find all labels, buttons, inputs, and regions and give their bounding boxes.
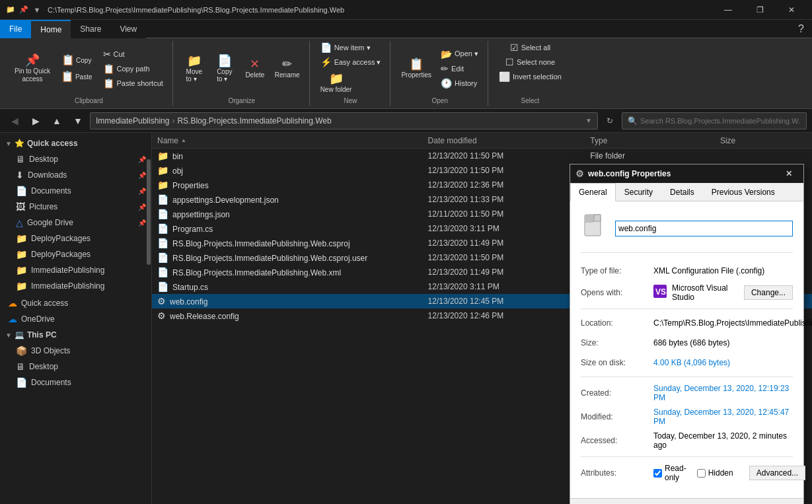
onedrive-icon: ☁ xyxy=(8,314,17,324)
search-input[interactable] xyxy=(640,117,801,125)
new-item-button[interactable]: 📄 New item ▾ xyxy=(316,41,375,54)
tab-file[interactable]: File xyxy=(0,20,31,38)
creativecloud-icon: ☁ xyxy=(8,298,17,308)
sidebar: ▼ ⭐ Quick access 🖥 Desktop 📌 ⬇ Downloads… xyxy=(0,133,152,504)
size-disk-label: Size on disk: xyxy=(581,358,653,367)
dialog-tab-general[interactable]: General xyxy=(570,183,616,201)
move-to-button[interactable]: 📁 Moveto ▾ xyxy=(180,52,209,85)
col-name[interactable]: Name ▲ xyxy=(157,136,428,145)
open-button[interactable]: 📂 Open ▾ xyxy=(437,48,482,61)
sidebar-item-deploy1[interactable]: 📁 DeployPackages xyxy=(0,231,151,246)
opens-label: Opens with: xyxy=(581,288,653,297)
advanced-button[interactable]: Advanced... xyxy=(749,466,805,480)
vs-icon: VS xyxy=(653,285,667,301)
table-row[interactable]: 📁bin 12/13/2020 11:50 PM File folder xyxy=(152,149,812,163)
breadcrumb-folder1[interactable]: ImmediatePublishing xyxy=(96,116,169,126)
copy-path-button[interactable]: 📋 Copy path xyxy=(99,62,167,75)
sidebar-item-immediate2[interactable]: 📁 ImmediatePublishing xyxy=(0,278,151,294)
sidebar-item-documents2[interactable]: 📄 Documents xyxy=(0,375,151,390)
col-size[interactable]: Size xyxy=(720,136,807,145)
sidebar-item-desktop1[interactable]: 🖥 Desktop 📌 xyxy=(0,151,151,167)
immediate-label2: ImmediatePublishing xyxy=(31,281,104,291)
paste-label: Paste xyxy=(75,73,92,81)
select-none-button[interactable]: ☐ Select none xyxy=(501,55,559,69)
sidebar-header-thispc[interactable]: ▼ 💻 This PC xyxy=(0,327,151,343)
tab-home[interactable]: Home xyxy=(31,20,71,38)
sidebar-item-3dobjects[interactable]: 📦 3D Objects xyxy=(0,343,151,359)
sidebar-header-quickaccess[interactable]: ▼ ⭐ Quick access xyxy=(0,135,151,151)
change-button[interactable]: Change... xyxy=(744,285,793,300)
close-button[interactable]: ✕ xyxy=(776,0,807,20)
forward-button[interactable]: ▶ xyxy=(26,112,45,130)
pin-quick-access-button[interactable]: 📌 Pin to Quickaccess xyxy=(11,52,54,86)
immediate-label1: ImmediatePublishing xyxy=(31,266,104,275)
rename-button[interactable]: ✏ Rename xyxy=(271,55,304,81)
dialog-body: Type of file: XML Configuration File (.c… xyxy=(570,201,803,498)
new-folder-button[interactable]: 📁 New folder xyxy=(316,70,356,96)
pin-indicator4: 📌 xyxy=(138,203,146,211)
breadcrumb[interactable]: ImmediatePublishing › RS.Blog.Projects.I… xyxy=(90,112,598,129)
maximize-button[interactable]: ❐ xyxy=(745,0,775,20)
tab-share[interactable]: Share xyxy=(71,20,110,38)
recent-locations-button[interactable]: ▼ xyxy=(69,112,87,130)
paste-shortcut-button[interactable]: 📋 Paste shortcut xyxy=(99,77,167,90)
col-date-label: Date modified xyxy=(428,136,477,145)
dropdown-arrow[interactable]: ▼ xyxy=(585,117,592,124)
delete-button[interactable]: ✕ Delete xyxy=(240,55,270,81)
sidebar-scrollbar[interactable] xyxy=(147,159,151,265)
history-button[interactable]: 🕐 History xyxy=(437,77,482,90)
sidebar-item-immediate1[interactable]: 📁 ImmediatePublishing xyxy=(0,262,151,278)
filename-input[interactable] xyxy=(615,221,793,236)
sidebar-item-pictures[interactable]: 🖼 Pictures 📌 xyxy=(0,199,151,215)
sidebar-item-downloads[interactable]: ⬇ Downloads 📌 xyxy=(0,167,151,183)
file-name: 📄Startup.cs xyxy=(157,281,428,292)
cut-button[interactable]: ✂ Cut xyxy=(99,48,167,61)
breadcrumb-folder2[interactable]: RS.Blog.Projects.ImmediatePublishing.Web xyxy=(177,116,331,126)
easy-access-label: Easy access ▾ xyxy=(334,58,381,67)
copy-path-icon: 📋 xyxy=(103,63,114,74)
select-all-button[interactable]: ☑ Select all xyxy=(506,41,555,54)
col-type[interactable]: Type xyxy=(590,136,720,145)
hidden-checkbox[interactable] xyxy=(697,469,706,478)
sidebar-item-googledrive[interactable]: △ Google Drive 📌 xyxy=(0,215,151,231)
dialog-title-text: web.config Properties xyxy=(588,169,776,178)
dialog-row-size-disk: Size on disk: 4.00 KB (4,096 bytes) xyxy=(581,355,793,370)
dialog-tab-security[interactable]: Security xyxy=(616,183,661,201)
edit-button[interactable]: ✏ Edit xyxy=(437,62,482,75)
sidebar-item-documents1[interactable]: 📄 Documents 📌 xyxy=(0,183,151,199)
tab-view[interactable]: View xyxy=(110,20,146,38)
hidden-checkbox-label[interactable]: Hidden xyxy=(697,468,733,478)
paste-button[interactable]: 📋 Paste xyxy=(55,69,98,85)
invert-selection-button[interactable]: ⬜ Invert selection xyxy=(495,70,566,83)
readonly-checkbox[interactable] xyxy=(653,469,662,478)
googledrive-icon: △ xyxy=(16,217,23,228)
downloads-icon: ⬇ xyxy=(16,170,24,180)
file-name: 📁Properties xyxy=(157,180,428,190)
help-button[interactable]: ? xyxy=(795,22,807,36)
easy-access-button[interactable]: ⚡ Easy access ▾ xyxy=(316,55,385,69)
sidebar-item-deploy2[interactable]: 📁 DeployPackages xyxy=(0,246,151,262)
dialog-close-button[interactable]: ✕ xyxy=(780,164,798,183)
col-date[interactable]: Date modified xyxy=(428,136,591,145)
ribbon-content: 📌 Pin to Quickaccess 📋 Copy 📋 Paste xyxy=(0,38,812,108)
up-button[interactable]: ▲ xyxy=(48,112,66,130)
invert-icon: ⬜ xyxy=(499,71,510,82)
readonly-checkbox-label[interactable]: Read-only xyxy=(653,464,686,482)
ribbon-group-clipboard: 📌 Pin to Quickaccess 📋 Copy 📋 Paste xyxy=(5,41,173,106)
ribbon-group-open: 📋 Properties 📂 Open ▾ ✏ Edit 🕐 History xyxy=(392,41,488,106)
select-label: Select xyxy=(521,97,540,106)
search-box[interactable]: 🔍 xyxy=(622,112,807,129)
sidebar-item-onedrive[interactable]: ☁ OneDrive xyxy=(0,311,151,327)
refresh-button[interactable]: ↻ xyxy=(601,112,619,130)
back-button[interactable]: ◀ xyxy=(5,112,24,130)
dialog-tab-details[interactable]: Details xyxy=(661,183,703,201)
dialog-tab-prevversions[interactable]: Previous Versions xyxy=(703,183,784,201)
sidebar-item-desktop2[interactable]: 🖥 Desktop xyxy=(0,359,151,375)
3dobjects-icon: 📦 xyxy=(16,345,27,356)
minimize-button[interactable]: — xyxy=(713,0,743,20)
sidebar-item-creativecloud[interactable]: ☁ Quick access xyxy=(0,295,151,311)
copy-to-button[interactable]: 📄 Copyto ▾ xyxy=(210,52,239,85)
dialog-row-size: Size: 686 bytes (686 bytes) xyxy=(581,336,793,350)
properties-button[interactable]: 📋 Properties xyxy=(397,55,435,81)
copy-button[interactable]: 📋 Copy xyxy=(55,52,98,68)
